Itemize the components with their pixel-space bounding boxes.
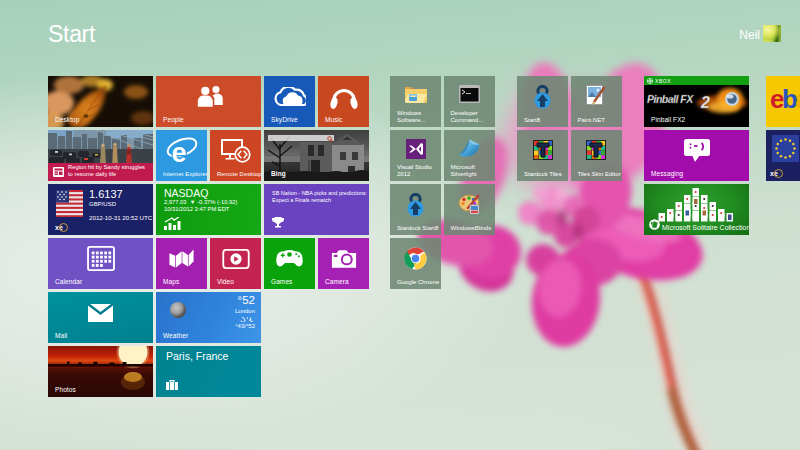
svg-text:Pinball FX: Pinball FX [647, 93, 694, 105]
svg-text:2: 2 [700, 94, 710, 111]
svg-text:e: e [171, 138, 186, 165]
